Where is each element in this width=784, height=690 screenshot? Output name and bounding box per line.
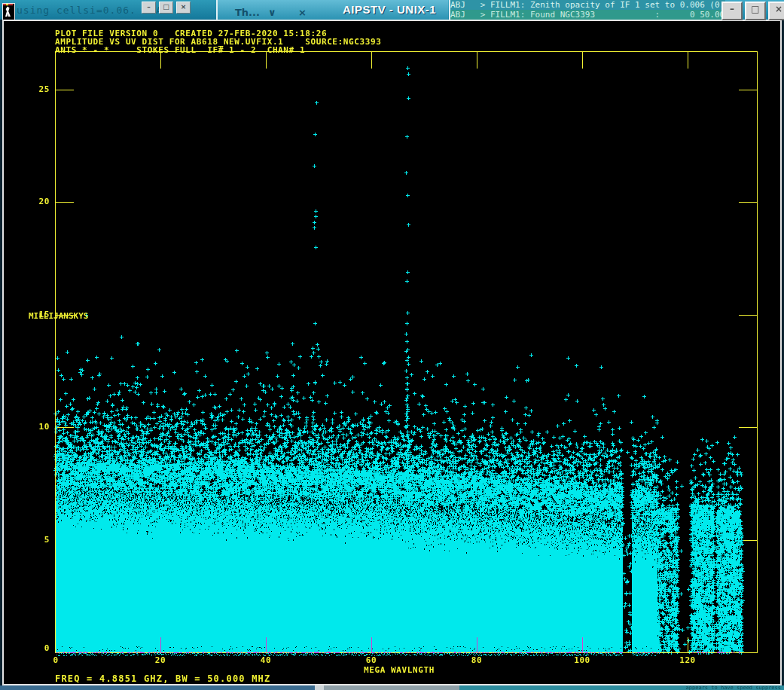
desktop-screen: using cellsi=0.06. IMAG – □ × Th... ∨ × … [0,0,784,690]
window-title: AIPSTV - UNIX-1 [343,3,436,16]
tab-label[interactable]: Th... [235,7,260,18]
minimize-icon[interactable]: – [721,2,743,20]
maximize-icon[interactable]: □ [745,2,766,20]
x-tick-label: 20 [155,656,166,664]
aipstv-display-area [2,20,782,685]
y-tick-label: 0 [21,644,50,652]
tab-close-icon[interactable]: × [298,7,307,18]
aips-icon[interactable] [2,3,15,20]
window-edge-divider [216,0,218,20]
y-tick-label: 25 [21,85,50,93]
minimize-icon[interactable]: – [142,2,156,14]
background-terminal-window-titlebar[interactable]: using cellsi=0.06. IMAG – □ × [0,0,216,20]
x-tick-label: 60 [366,656,377,664]
taskbar-fragment [315,685,324,690]
background-window-controls: – □ × [142,2,191,14]
aipstv-titlebar[interactable]: using cellsi=0.06. IMAG – □ × Th... ∨ × … [0,0,784,20]
background-text-fragment: appears to have speed suppress [459,685,784,690]
chevron-down-icon[interactable]: ∨ [268,7,276,18]
close-icon[interactable]: × [768,2,784,20]
x-tick-label: 80 [471,656,482,664]
x-tick-label: 0 [53,656,58,664]
close-icon[interactable]: × [176,2,191,14]
plot-footer-freq: FREQ = 4.8851 GHZ, BW = 50.000 MHZ [55,675,270,683]
bottom-edge-strip: appears to have speed suppress [0,685,784,690]
x-tick-label: 100 [574,656,590,664]
window-controls: – □ × [721,2,784,20]
taskbar-fragment [324,685,459,690]
y-tick-label: 10 [21,423,50,431]
x-tick-label: 120 [679,656,696,664]
terminal-message-line: ABJ > FILLM1: Zenith opacity of IF 1 set… [450,0,725,10]
background-message-terminal: ABJ > FILLM1: Zenith opacity of IF 1 set… [450,0,725,20]
y-tick-label: 5 [21,536,50,544]
x-axis-label: MEGA WAVLNGTH [364,666,435,674]
x-tick-label: 40 [261,656,271,664]
taskbar-fragment [0,685,315,690]
maximize-icon[interactable]: □ [159,2,173,14]
plot-header-line3: ANTS * - * STOKES FULL IF# 1 - 2 CHAN# 1 [55,46,305,54]
terminal-message-line: ABJ > FILLM1: Found NGC3393 : 0 50.000 M… [450,10,725,20]
y-tick-label: 20 [21,197,50,206]
y-axis-label: MILLIJANSKYS [29,312,36,321]
